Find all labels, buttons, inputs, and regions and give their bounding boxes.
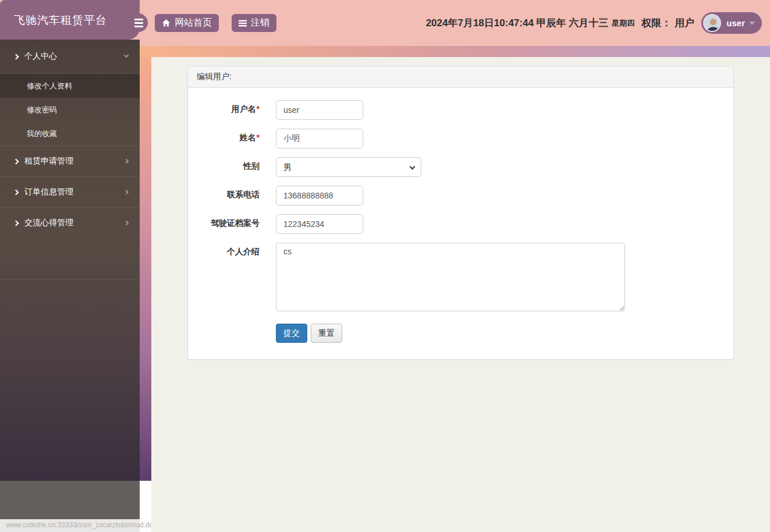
top-gradient-strip	[140, 46, 770, 57]
app-title: 飞驰汽车租赁平台	[14, 13, 107, 28]
license-file-number-label: 驾驶证档案号	[197, 214, 260, 234]
sidebar-item-label: 订单信息管理	[24, 187, 73, 197]
logout-button[interactable]: 注销	[232, 14, 276, 32]
reset-button[interactable]: 重置	[311, 324, 342, 343]
submit-button[interactable]: 提交	[276, 324, 307, 343]
username-label: 用户名*	[197, 100, 260, 120]
home-button-label: 网站首页	[175, 17, 212, 29]
license-file-number-input[interactable]	[276, 214, 363, 234]
name-input[interactable]	[276, 129, 363, 148]
permission-value: 用户	[675, 16, 694, 30]
weekday-text: 星期四	[612, 18, 634, 29]
hamburger-menu-icon	[134, 19, 143, 20]
introduction-textarea[interactable]: cs	[276, 243, 625, 311]
user-name-label: user	[726, 18, 745, 28]
sidebar-item-label: 我的收藏	[27, 129, 57, 139]
sidebar-item-label: 交流心得管理	[24, 218, 73, 228]
sidebar-item-order-info[interactable]: 订单信息管理	[0, 176, 140, 207]
caret-down-icon	[749, 22, 755, 25]
required-marker: *	[257, 104, 260, 114]
main-content: 编辑用户: 用户名* 姓名* 性别 男	[151, 57, 770, 532]
chevron-down-icon	[124, 53, 129, 58]
username-input[interactable]	[276, 100, 363, 120]
introduction-label: 个人介绍	[197, 243, 260, 314]
sidebar-item-label: 租赁申请管理	[24, 156, 73, 166]
chevron-right-icon	[124, 221, 129, 225]
chevron-right-icon	[124, 159, 129, 164]
chevron-right-icon	[13, 189, 19, 195]
status-url-bar: www.csbishe.cn:33333/ssm_zxcarzlsite/mod…	[0, 519, 151, 532]
home-button[interactable]: 网站首页	[155, 14, 219, 32]
hamburger-menu-button[interactable]	[129, 13, 148, 32]
phone-label: 联系电话	[197, 186, 260, 205]
gender-select[interactable]: 男	[276, 157, 421, 177]
left-gradient-strip	[140, 57, 151, 481]
chevron-right-icon	[13, 158, 19, 164]
logout-button-label: 注销	[251, 17, 269, 29]
sidebar-item-label: 修改个人资料	[27, 81, 72, 91]
sidebar-item-my-favorites[interactable]: 我的收藏	[0, 122, 140, 146]
gender-label: 性别	[197, 157, 260, 177]
chevron-right-icon	[13, 54, 19, 59]
sidebar-item-change-password[interactable]: 修改密码	[0, 98, 140, 122]
logout-list-icon	[239, 19, 247, 27]
chevron-right-icon	[13, 220, 19, 226]
sidebar-item-label: 个人中心	[24, 51, 57, 62]
sidebar-item-rental-application[interactable]: 租赁申请管理	[0, 146, 140, 176]
user-menu-button[interactable]: user	[701, 12, 762, 34]
phone-input[interactable]	[276, 186, 363, 205]
home-icon	[162, 19, 171, 27]
sidebar: 个人中心 修改个人资料 修改密码 我的收藏 租赁申请管理 订单信息管理 交流心得…	[0, 40, 140, 481]
required-marker: *	[257, 133, 260, 142]
permission-label: 权限：	[641, 16, 671, 30]
name-label: 姓名*	[197, 129, 260, 148]
logo-block: 飞驰汽车租赁平台	[0, 0, 140, 40]
panel-title: 编辑用户:	[188, 66, 733, 88]
chevron-right-icon	[124, 190, 129, 194]
avatar	[703, 14, 721, 32]
edit-user-panel: 编辑用户: 用户名* 姓名* 性别 男	[187, 66, 734, 360]
sidebar-item-edit-profile[interactable]: 修改个人资料	[0, 74, 140, 98]
sidebar-item-communication[interactable]: 交流心得管理	[0, 207, 140, 238]
sidebar-item-label: 修改密码	[27, 105, 57, 115]
sidebar-item-personal-center[interactable]: 个人中心	[0, 40, 140, 73]
datetime-text: 2024年7月18日10:47:44 甲辰年 六月十三	[426, 16, 609, 30]
